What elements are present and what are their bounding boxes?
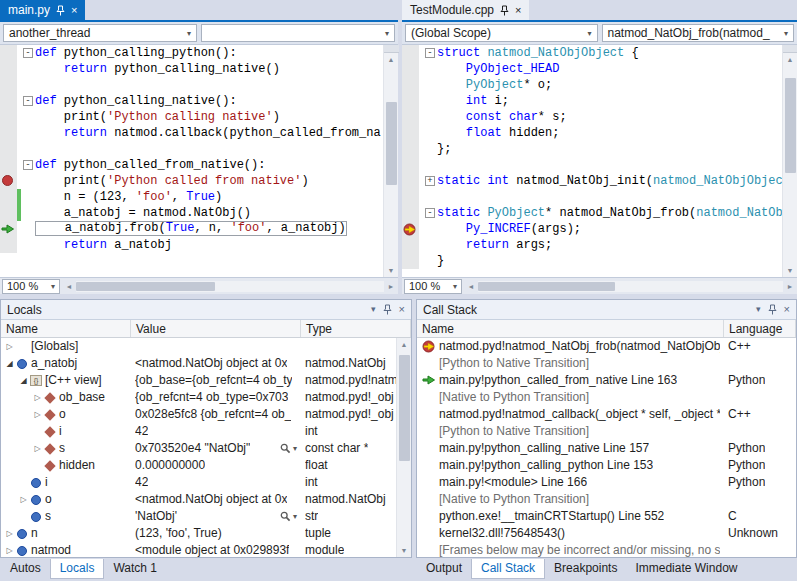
code-text[interactable]: PyObject_HEAD: [437, 61, 782, 77]
code-line[interactable]: [402, 189, 782, 205]
magnifier-icon[interactable]: ▾: [280, 440, 297, 457]
glyph-margin[interactable]: [0, 173, 17, 189]
code-line[interactable]: return python_calling_native(): [0, 61, 383, 77]
split-grip[interactable]: [384, 45, 399, 53]
scroll-left-icon[interactable]: ◄: [464, 283, 478, 290]
fold-margin[interactable]: [423, 157, 437, 173]
callstack-row[interactable]: natmod.pyd!natmod_NatObj_frob(natmod_Nat…: [417, 338, 796, 355]
fold-margin[interactable]: [21, 173, 35, 189]
locals-row[interactable]: hidden0.000000000float: [1, 457, 411, 474]
glyph-margin[interactable]: [402, 141, 419, 157]
code-text[interactable]: [35, 141, 383, 157]
code-line[interactable]: float hidden;: [402, 125, 782, 141]
window-position-icon[interactable]: ▾: [756, 305, 761, 314]
split-grip[interactable]: [783, 45, 797, 53]
code-line[interactable]: const char* s;: [402, 109, 782, 125]
code-line[interactable]: a_natobj = natmod.NatObj(): [0, 205, 383, 221]
glyph-margin[interactable]: [402, 109, 419, 125]
locals-row[interactable]: ▷o0x028e5fc8 {ob_refcnt=4 ob_natmod.pyd!…: [1, 406, 411, 423]
scroll-down-icon[interactable]: ▼: [397, 544, 412, 557]
code-line[interactable]: }: [402, 253, 782, 269]
code-text[interactable]: def python_calling_python():: [35, 45, 383, 61]
tree-expander[interactable]: ▷: [4, 542, 15, 557]
glyph-margin[interactable]: [402, 237, 419, 253]
horizontal-scrollbar[interactable]: ◄ ►: [62, 278, 398, 295]
fold-margin[interactable]: [423, 237, 437, 253]
code-line[interactable]: +static int natmod_NatObj_init(natmod_Na…: [402, 173, 782, 189]
vertical-scrollbar[interactable]: ▲ ▼: [396, 338, 411, 557]
code-line[interactable]: PyObject* o;: [402, 77, 782, 93]
fold-toggle[interactable]: -: [425, 48, 435, 58]
fold-margin[interactable]: [423, 93, 437, 109]
code-text[interactable]: return python_calling_native(): [35, 61, 383, 77]
code-text[interactable]: return args;: [437, 237, 782, 253]
code-line[interactable]: print('Python called from native'): [0, 173, 383, 189]
fold-margin[interactable]: [21, 77, 35, 93]
glyph-margin[interactable]: [402, 173, 419, 189]
glyph-margin[interactable]: [402, 189, 419, 205]
tab-call-stack[interactable]: Call Stack: [471, 559, 545, 579]
code-text[interactable]: n = (123, 'foo', True): [35, 189, 383, 205]
fold-margin[interactable]: [423, 109, 437, 125]
locals-row[interactable]: ▷ob_base{ob_refcnt=4 ob_type=0x703natmod…: [1, 389, 411, 406]
locals-row[interactable]: i42int: [1, 423, 411, 440]
locals-row[interactable]: ▷o<natmod.NatObj object at 0xnatmod.NatO…: [1, 491, 411, 508]
scroll-up-icon[interactable]: ▲: [384, 53, 399, 66]
code-line[interactable]: a_natobj.frob(True, n, 'foo', a_natobj): [0, 221, 383, 237]
window-position-icon[interactable]: ▾: [371, 305, 376, 314]
callstack-row[interactable]: main.py!python_called_from_native Line 1…: [417, 372, 796, 389]
code-line[interactable]: -def python_calling_native():: [0, 93, 383, 109]
locals-row[interactable]: i42int: [1, 474, 411, 491]
code-text[interactable]: def python_calling_native():: [35, 93, 383, 109]
chevron-down-icon[interactable]: ▾: [293, 440, 297, 457]
tab-watch-1[interactable]: Watch 1: [104, 559, 166, 579]
glyph-margin[interactable]: [0, 189, 17, 205]
code-text[interactable]: Py_INCREF(args);: [437, 221, 782, 237]
fold-toggle[interactable]: -: [23, 48, 33, 58]
close-icon[interactable]: ×: [515, 5, 521, 16]
zoom-combo[interactable]: 100 % ▾: [2, 279, 60, 294]
code-line[interactable]: return a_natobj: [0, 237, 383, 253]
callstack-row[interactable]: [Native to Python Transition]: [417, 491, 796, 508]
code-text[interactable]: return a_natobj: [35, 237, 383, 253]
locals-row[interactable]: s'NatObj'▾str: [1, 508, 411, 525]
code-text[interactable]: print('Python called from native'): [35, 173, 383, 189]
code-line[interactable]: -static PyObject* natmod_NatObj_frob(nat…: [402, 205, 782, 221]
tree-expander[interactable]: ▷: [32, 440, 43, 457]
column-header-name[interactable]: Name: [1, 320, 131, 337]
glyph-margin[interactable]: [0, 109, 17, 125]
glyph-margin[interactable]: [402, 61, 419, 77]
glyph-margin[interactable]: [0, 221, 17, 237]
glyph-margin[interactable]: [0, 205, 17, 221]
code-text[interactable]: }: [437, 253, 782, 269]
code-text[interactable]: int i;: [437, 93, 782, 109]
code-line[interactable]: -struct natmod_NatObjObject {: [402, 45, 782, 61]
vertical-scrollbar[interactable]: ▲ ▼: [383, 45, 398, 277]
fold-margin[interactable]: [21, 221, 35, 237]
code-text[interactable]: PyObject* o;: [437, 77, 782, 93]
tree-expander[interactable]: ▷: [4, 338, 15, 355]
fold-margin[interactable]: [21, 189, 35, 205]
close-icon[interactable]: ×: [71, 5, 77, 16]
scrollbar-thumb[interactable]: [399, 355, 410, 461]
tree-expander[interactable]: ◢: [18, 372, 29, 389]
horizontal-scrollbar[interactable]: ◄ ►: [464, 278, 797, 295]
scroll-right-icon[interactable]: ►: [783, 283, 797, 290]
code-text[interactable]: def python_called_from_native():: [35, 157, 383, 173]
pin-icon[interactable]: [500, 5, 509, 16]
scroll-left-icon[interactable]: ◄: [62, 283, 76, 290]
locals-titlebar[interactable]: Locals ▾ ×: [1, 300, 411, 320]
fold-margin[interactable]: [21, 125, 35, 141]
scrollbar-thumb[interactable]: [386, 102, 397, 185]
fold-margin[interactable]: +: [423, 173, 437, 189]
code-line[interactable]: [402, 157, 782, 173]
code-line[interactable]: [0, 141, 383, 157]
glyph-margin[interactable]: [402, 93, 419, 109]
glyph-margin[interactable]: [402, 221, 419, 237]
locals-row[interactable]: ▷n(123, 'foo', True)tuple: [1, 525, 411, 542]
callstack-row[interactable]: [Frames below may be incorrect and/or mi…: [417, 542, 796, 557]
members-combo-left[interactable]: ▾: [201, 24, 395, 42]
glyph-margin[interactable]: [402, 45, 419, 61]
tree-expander[interactable]: ▷: [32, 389, 43, 406]
code-line[interactable]: [0, 77, 383, 93]
